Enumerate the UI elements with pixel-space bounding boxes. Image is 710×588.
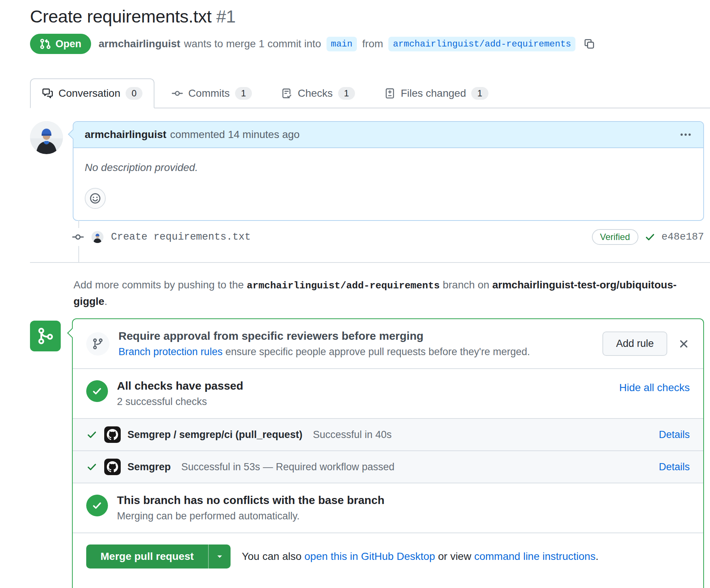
branch-protection-text: Require approval from specific reviewers…: [118, 330, 530, 358]
merge-box-row: Require approval from specific reviewers…: [30, 318, 704, 588]
branch-protection-title: Require approval from specific reviewers…: [118, 330, 530, 342]
push-note-text-1: Add more commits by pushing to the: [73, 279, 244, 291]
branch-protection-actions: Add rule: [602, 332, 690, 356]
tab-conversation-label: Conversation: [58, 87, 120, 99]
tab-checks-label: Checks: [298, 87, 333, 99]
checks-summary-text: All checks have passed 2 successful chec…: [117, 380, 243, 408]
add-rule-button[interactable]: Add rule: [602, 332, 667, 356]
close-icon[interactable]: [678, 338, 690, 350]
hide-all-checks-link[interactable]: Hide all checks: [619, 382, 690, 394]
also-period: .: [596, 550, 599, 562]
tab-files-changed-count: 1: [471, 87, 488, 100]
github-desktop-link[interactable]: open this in GitHub Desktop: [304, 550, 435, 562]
tab-commits[interactable]: Commits 1: [160, 78, 264, 108]
merge-alternatives-text: You can also open this in GitHub Desktop…: [242, 550, 599, 562]
commit-row-right: Verified e48e187: [592, 229, 704, 245]
details-link[interactable]: Details: [659, 461, 690, 473]
push-note-branch: armchairlinguist/add-requirements: [247, 280, 440, 291]
tab-checks[interactable]: Checks 1: [269, 78, 367, 108]
pr-state-badge: Open: [30, 34, 91, 54]
pr-state-label: Open: [55, 38, 81, 50]
no-conflicts-title: This branch has no conflicts with the ba…: [117, 494, 384, 507]
comment-text: No description provided.: [85, 162, 692, 174]
page-title: Create requirements.txt #1: [30, 6, 704, 27]
merge-action-text: wants to merge 1 commit into: [184, 38, 321, 50]
branch-protection-desc: Branch protection rules ensure specific …: [118, 346, 530, 358]
checks-summary-subtitle: 2 successful checks: [117, 396, 243, 408]
branch-protection-section: Require approval from specific reviewers…: [73, 319, 703, 368]
commit-icon: [172, 88, 183, 99]
merge-pull-request-button[interactable]: Merge pull request: [86, 544, 231, 568]
merge-button-label[interactable]: Merge pull request: [86, 544, 208, 568]
file-diff-icon: [384, 88, 395, 99]
check-name: Semgrep / semgrep/ci (pull_request): [127, 429, 303, 441]
success-circle-icon: [86, 380, 108, 402]
from-word: from: [362, 38, 383, 50]
comment-discussion-icon: [42, 88, 53, 99]
check-name: Semgrep: [127, 461, 171, 473]
head-branch-label[interactable]: armchairlinguist/add-requirements: [388, 37, 575, 51]
push-note: Add more commits by pushing to the armch…: [73, 277, 681, 309]
comment-box: armchairlinguist commented 14 minutes ag…: [73, 121, 704, 221]
merge-action-bar: Merge pull request You can also open thi…: [73, 532, 703, 588]
pr-meta-row: Open armchairlinguist wants to merge 1 c…: [30, 33, 704, 54]
check-status: Successful in 53s — Required workflow pa…: [181, 461, 395, 473]
tab-conversation[interactable]: Conversation 0: [30, 78, 154, 108]
commit-sha[interactable]: e48e187: [662, 231, 704, 243]
tab-commits-label: Commits: [188, 87, 229, 99]
comment-header: armchairlinguist commented 14 minutes ag…: [73, 122, 703, 148]
checklist-icon: [281, 88, 292, 99]
also-text-1: You can also: [242, 550, 301, 562]
git-pull-request-icon: [40, 38, 51, 50]
details-link[interactable]: Details: [659, 429, 690, 441]
also-text-2: or view: [438, 550, 471, 562]
commit-author-avatar[interactable]: [91, 231, 103, 243]
tab-files-changed-label: Files changed: [401, 87, 466, 99]
branch-protection-rules-link[interactable]: Branch protection rules: [118, 346, 223, 357]
merge-box: Require approval from specific reviewers…: [72, 318, 704, 588]
command-line-link[interactable]: command line instructions: [474, 550, 596, 562]
checks-summary-section: All checks have passed 2 successful chec…: [73, 368, 703, 418]
kebab-menu-icon[interactable]: [679, 128, 692, 141]
no-conflicts-section: This branch has no conflicts with the ba…: [73, 483, 703, 532]
github-actions-avatar[interactable]: [104, 426, 121, 443]
tab-conversation-count: 0: [126, 87, 142, 100]
check-success-icon: [86, 461, 97, 472]
github-actions-avatar[interactable]: [104, 459, 121, 475]
pr-timeline: armchairlinguist commented 14 minutes ag…: [30, 121, 704, 588]
check-success-icon: [86, 429, 97, 440]
tab-files-changed[interactable]: Files changed 1: [372, 78, 500, 108]
tab-checks-count: 1: [338, 87, 355, 100]
git-branch-icon: [86, 332, 109, 356]
commit-dot-icon: [72, 228, 84, 246]
tab-commits-count: 1: [235, 87, 252, 100]
push-note-period: .: [104, 296, 107, 307]
verified-badge[interactable]: Verified: [592, 229, 638, 245]
check-row-semgrep: Semgrep Successful in 53s — Required wor…: [73, 450, 703, 483]
pr-number: #1: [216, 6, 236, 26]
comment-author[interactable]: armchairlinguist: [85, 129, 166, 141]
pr-page: Create requirements.txt #1 Open armchair…: [0, 0, 710, 588]
pr-tab-bar: Conversation 0 Commits 1 Checks 1: [30, 78, 710, 108]
timeline-divider: [30, 262, 710, 263]
checks-summary-title: All checks have passed: [117, 380, 243, 392]
pr-title-text: Create requirements.txt: [30, 6, 211, 26]
pr-author[interactable]: armchairlinguist: [99, 38, 180, 50]
success-circle-icon: [86, 495, 108, 516]
base-branch-label[interactable]: main: [327, 37, 357, 51]
pr-description-comment: armchairlinguist commented 14 minutes ag…: [30, 121, 704, 221]
add-reaction-button[interactable]: [85, 188, 106, 209]
push-note-text-2: branch on: [443, 279, 490, 291]
check-status: Successful in 40s: [313, 429, 392, 441]
check-icon: [644, 231, 656, 243]
branch-protection-rest: ensure specific people approve pull requ…: [225, 346, 530, 357]
merge-options-dropdown[interactable]: [208, 544, 231, 568]
merge-summary: armchairlinguist wants to merge 1 commit…: [99, 37, 595, 51]
copy-icon[interactable]: [584, 38, 595, 50]
comment-body: No description provided.: [73, 148, 703, 220]
comment-meta: commented 14 minutes ago: [170, 129, 300, 141]
commit-message[interactable]: Create requirements.txt: [111, 231, 251, 243]
author-avatar[interactable]: [30, 121, 63, 154]
check-row-semgrep-ci: Semgrep / semgrep/ci (pull_request) Succ…: [73, 418, 703, 450]
git-merge-icon: [30, 321, 61, 351]
